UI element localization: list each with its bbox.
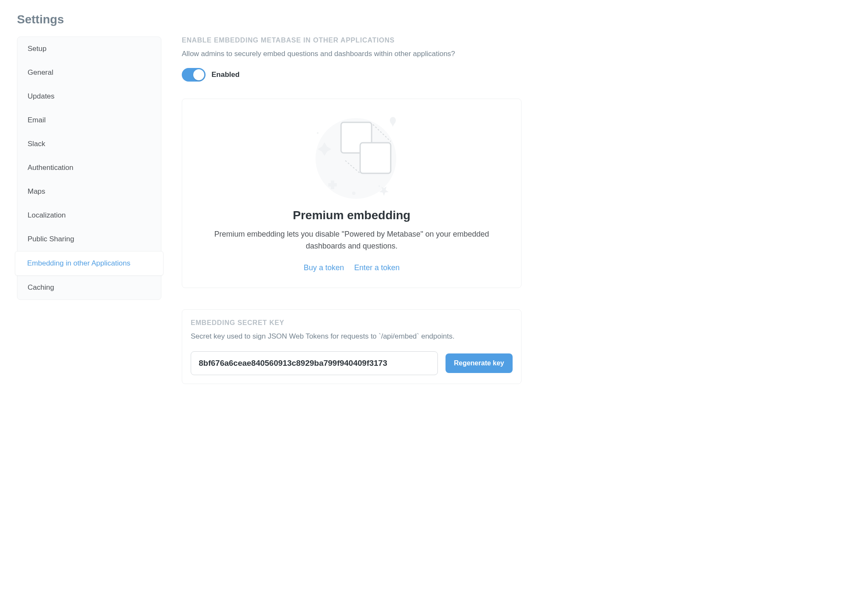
sidebar-item-public-sharing[interactable]: Public Sharing	[17, 227, 161, 251]
svg-rect-2	[360, 143, 391, 173]
toggle-knob	[193, 69, 204, 80]
secret-key-input[interactable]	[191, 351, 438, 375]
enter-token-link[interactable]: Enter a token	[354, 263, 400, 272]
sidebar-item-authentication[interactable]: Authentication	[17, 156, 161, 180]
sidebar-item-label: Caching	[28, 283, 54, 291]
sidebar-item-caching[interactable]: Caching	[17, 276, 161, 300]
sidebar-item-label: Updates	[28, 92, 54, 100]
enable-embedding-toggle-label: Enabled	[212, 71, 240, 79]
page-title: Settings	[17, 13, 829, 26]
enable-embedding-desc: Allow admins to securely embed questions…	[182, 48, 522, 59]
sidebar-item-label: General	[28, 68, 53, 76]
sidebar-item-embedding[interactable]: Embedding in other Applications	[15, 251, 164, 276]
svg-point-6	[378, 185, 380, 187]
regenerate-key-button[interactable]: Regenerate key	[446, 353, 513, 373]
sidebar-item-maps[interactable]: Maps	[17, 180, 161, 203]
premium-embedding-desc: Premium embedding lets you disable "Powe…	[199, 228, 504, 253]
sidebar-item-label: Authentication	[28, 164, 73, 172]
sidebar-item-label: Public Sharing	[28, 235, 74, 243]
embedding-secret-key-section: EMBEDDING SECRET KEY Secret key used to …	[182, 309, 522, 384]
sidebar-item-updates[interactable]: Updates	[17, 85, 161, 108]
enable-embedding-title: ENABLE EMBEDDING METABASE IN OTHER APPLI…	[182, 37, 522, 44]
sidebar-item-email[interactable]: Email	[17, 108, 161, 132]
sidebar-item-setup[interactable]: Setup	[17, 37, 161, 61]
sidebar-item-label: Setup	[28, 45, 46, 53]
secret-key-desc: Secret key used to sign JSON Web Tokens …	[191, 331, 513, 342]
premium-embedding-title: Premium embedding	[199, 209, 504, 222]
svg-point-7	[317, 132, 319, 134]
embedding-illustration-icon	[305, 112, 398, 201]
sidebar-item-label: Slack	[28, 140, 45, 148]
buy-token-link[interactable]: Buy a token	[304, 263, 344, 272]
sidebar-item-label: Localization	[28, 211, 66, 219]
settings-main: ENABLE EMBEDDING METABASE IN OTHER APPLI…	[182, 37, 522, 384]
sidebar-item-label: Maps	[28, 187, 45, 195]
sidebar-item-label: Embedding in other Applications	[27, 259, 130, 267]
sidebar-item-localization[interactable]: Localization	[17, 203, 161, 227]
settings-sidebar: SetupGeneralUpdatesEmailSlackAuthenticat…	[17, 37, 161, 300]
premium-embedding-card: Premium embedding Premium embedding lets…	[182, 99, 522, 288]
sidebar-item-general[interactable]: General	[17, 61, 161, 85]
secret-key-title: EMBEDDING SECRET KEY	[191, 319, 513, 327]
enable-embedding-toggle[interactable]	[182, 68, 206, 82]
sidebar-item-label: Email	[28, 116, 46, 124]
sidebar-item-slack[interactable]: Slack	[17, 132, 161, 156]
svg-point-5	[352, 192, 355, 195]
